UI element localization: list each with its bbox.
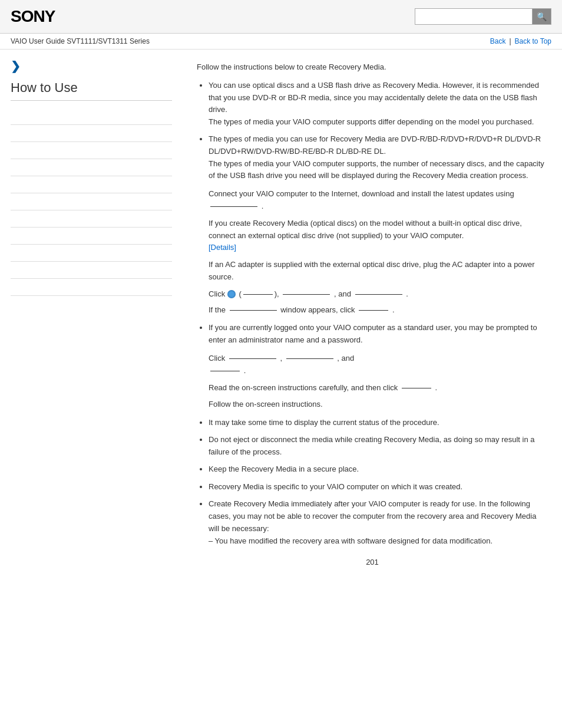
- blank-line-3: [355, 294, 402, 295]
- caution-list: It may take some time to display the cur…: [209, 417, 548, 475]
- blank-line-5: [229, 358, 276, 359]
- sidebar-link-8[interactable]: [11, 228, 172, 245]
- blank-line-4: [230, 310, 277, 311]
- sidebar-link-11[interactable]: [11, 279, 172, 296]
- blank-line-2: [283, 294, 330, 295]
- sidebar-link-6[interactable]: [11, 193, 172, 210]
- sidebar-link-1[interactable]: [11, 108, 172, 125]
- bullet-item-1: You can use optical discs and a USB flas…: [209, 80, 548, 129]
- content: Follow the instructions below to create …: [183, 50, 562, 581]
- step-click2: Click , , and .: [209, 353, 548, 377]
- search-area: 🔍: [415, 8, 551, 25]
- bullet-list-2: If you are currently logged onto your VA…: [209, 322, 548, 347]
- search-button[interactable]: 🔍: [533, 8, 551, 25]
- bullet1-sub: The types of media your VAIO computer su…: [209, 117, 534, 126]
- blank-short-2: [359, 310, 388, 311]
- step-connect: Connect your VAIO computer to the Intern…: [209, 188, 548, 213]
- note-1: Recovery Media is specific to your VAIO …: [209, 481, 548, 493]
- bullet2-sub: The types of media your VAIO computer su…: [209, 159, 544, 180]
- sidebar-link-9[interactable]: [11, 245, 172, 262]
- note-2: Create Recovery Media immediately after …: [209, 498, 548, 547]
- step-read: Read the on-screen instructions carefull…: [209, 382, 548, 394]
- step-optical: If you create Recovery Media (optical di…: [209, 218, 548, 254]
- sidebar-arrow: ❯: [11, 59, 172, 73]
- blank-line-1: [210, 206, 257, 207]
- nav-bar: VAIO User Guide SVT1111/SVT1311 Series B…: [0, 34, 562, 50]
- bullet-list-1: You can use optical discs and a USB flas…: [209, 80, 548, 182]
- main: ❯ How to Use Follow the instructions bel…: [0, 50, 562, 581]
- details-link[interactable]: [Details]: [209, 243, 236, 252]
- step-click1: Click (), , and .: [209, 288, 548, 301]
- caution-2: Do not eject or disconnect the media whi…: [209, 434, 548, 459]
- sidebar-link-10[interactable]: [11, 262, 172, 279]
- search-icon: 🔍: [537, 12, 547, 21]
- nav-separator: |: [509, 37, 511, 45]
- logo: SONY: [11, 7, 55, 26]
- back-to-top-link[interactable]: Back to Top: [515, 37, 551, 45]
- nav-links: Back | Back to Top: [490, 37, 551, 45]
- header: SONY 🔍: [0, 0, 562, 34]
- note-list: Recovery Media is specific to your VAIO …: [209, 481, 548, 547]
- caution-3: Keep the Recovery Media in a secure plac…: [209, 463, 548, 476]
- search-input[interactable]: [415, 8, 533, 25]
- breadcrumb: VAIO User Guide SVT1111/SVT1311 Series: [11, 37, 150, 45]
- intro-text: Follow the instructions below to create …: [197, 61, 548, 74]
- back-link[interactable]: Back: [490, 37, 506, 45]
- sidebar-link-2[interactable]: [11, 125, 172, 142]
- blank-short-1: [243, 294, 273, 295]
- bullet-item-2: The types of media you can use for Recov…: [209, 133, 548, 182]
- bullet1-title: You can use optical discs and a USB flas…: [209, 81, 539, 114]
- blank-line-6: [286, 358, 333, 359]
- step-ac: If an AC adapter is supplied with the ex…: [209, 259, 548, 284]
- sidebar-link-3[interactable]: [11, 142, 172, 159]
- sidebar-link-4[interactable]: [11, 159, 172, 176]
- sidebar-link-5[interactable]: [11, 176, 172, 193]
- blank-short-3: [210, 371, 240, 371]
- step-if: If the window appears, click .: [209, 304, 548, 317]
- blank-short-4: [402, 388, 431, 388]
- caution-1: It may take some time to display the cur…: [209, 417, 548, 429]
- sidebar-link-7[interactable]: [11, 210, 172, 228]
- page-number: 201: [197, 556, 548, 569]
- sidebar: ❯ How to Use: [0, 50, 183, 581]
- globe-icon: [227, 290, 236, 298]
- bullet2-title: The types of media you can use for Recov…: [209, 134, 541, 156]
- step-follow: Follow the on-screen instructions.: [209, 398, 548, 411]
- sidebar-title: How to Use: [11, 80, 172, 101]
- note-2-sub: – You have modified the recovery area wi…: [209, 536, 492, 545]
- bullet-admin: If you are currently logged onto your VA…: [209, 322, 548, 347]
